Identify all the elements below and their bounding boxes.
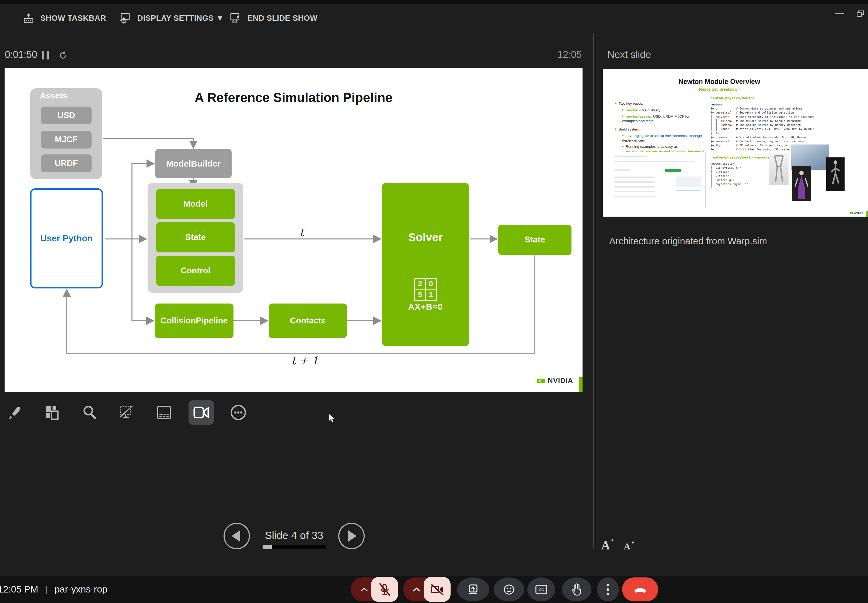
zoom-tool-button[interactable] (77, 400, 102, 425)
mic-mute-toggle-button[interactable] (371, 577, 398, 602)
matrix-cell: 1 (426, 289, 436, 300)
increase-notes-text-button[interactable]: A ▲ (601, 538, 610, 552)
thumb-subtitle: Repository Breakdown (603, 87, 836, 91)
slideshow-toolbar: SHOW TASKBAR DISPLAY SETTINGS ▼ END SLID… (0, 4, 868, 32)
caret-up-icon: ▲ (610, 538, 615, 543)
panel-divider (593, 33, 594, 549)
matrix-cell: 0 (426, 278, 436, 289)
camera-toggle-button[interactable] (189, 400, 214, 425)
slideshow-progress-bar (263, 545, 326, 549)
toggle-subtitles-button[interactable] (151, 400, 177, 425)
magnifier-icon (81, 404, 98, 421)
restart-timer-button[interactable] (57, 50, 69, 61)
thumb-edge-accent (866, 211, 868, 216)
camera-off-toggle-button[interactable] (424, 577, 451, 602)
repo1-heading: newton-physics/newton (710, 96, 755, 100)
captions-button[interactable]: CC (527, 577, 555, 601)
slide-counter: Slide 4 of 33 (263, 530, 326, 541)
next-slide-thumbnail[interactable]: Newton Module Overview Repository Breakd… (603, 69, 868, 216)
present-screen-button[interactable] (457, 577, 489, 601)
time-t-label: t (299, 226, 304, 239)
matrix-cell: 5 (415, 289, 426, 300)
next-slide-header: Next slide (607, 49, 651, 60)
user-python-box: User Python (30, 189, 103, 288)
camera-control (403, 577, 451, 601)
contacts-box: Contacts (269, 303, 347, 338)
github-screenshot-placeholder (611, 152, 705, 209)
model-box: Model (156, 189, 235, 219)
next-slide-button[interactable] (338, 523, 365, 549)
font-increase-label: A (601, 538, 610, 552)
asset-urdf-box: URDF (41, 155, 91, 172)
asset-usd-box: USD (41, 107, 91, 124)
slide-edge-accent (579, 377, 583, 392)
font-decrease-label: A (624, 541, 631, 551)
show-taskbar-label: SHOW TASKBAR (40, 14, 106, 23)
slide-grid-icon (45, 404, 60, 421)
collision-pipeline-box: CollisionPipeline (155, 303, 234, 338)
more-options-button[interactable] (597, 577, 619, 601)
bullet-code: newton-assets: (626, 114, 652, 118)
raise-hand-button[interactable] (562, 577, 591, 601)
thumb-bullets: Two key repos: newton - Main library new… (615, 101, 704, 154)
previous-slide-button[interactable] (223, 523, 250, 549)
raise-hand-icon (571, 583, 583, 596)
solver-label: Solver (382, 231, 469, 244)
display-settings-label: DISPLAY SETTINGS ▼ (137, 14, 224, 23)
assets-label: Assets (40, 91, 67, 100)
control-box: Control (156, 256, 235, 286)
meeting-info-divider: | (45, 584, 48, 594)
mouse-cursor (329, 414, 336, 424)
next-arrow-icon (348, 530, 356, 542)
bullet-text: Running examples is as easy as (626, 144, 678, 148)
meet-control-bar: 12:05 PM | par-yxns-rop (0, 576, 868, 603)
model-builder-box: ModelBuilder (155, 149, 232, 178)
toolbar-divider (0, 32, 868, 32)
pen-tool-button[interactable] (3, 400, 28, 425)
matrix-cell: 2 (415, 278, 426, 289)
more-slideshow-options-button[interactable] (226, 400, 251, 425)
bullet-text: Build system: (618, 127, 640, 131)
end-slide-show-label: END SLIDE SHOW (248, 14, 318, 23)
repo2-heading: newton-physics/newton-assets (710, 155, 769, 159)
end-call-button[interactable] (622, 577, 658, 601)
asset-mjcf-box: MJCF (41, 131, 91, 148)
progress-fill (263, 545, 272, 549)
captions-icon: CC (535, 584, 548, 595)
solver-box: Solver 2 0 5 1 AX+B=0 (382, 183, 469, 346)
caret-down-icon: ▼ (631, 540, 635, 545)
vertical-dots-icon (606, 584, 609, 595)
state-output-box: State (498, 225, 572, 255)
microphone-control (351, 577, 398, 601)
chevron-up-icon (360, 587, 368, 592)
display-settings-button[interactable]: DISPLAY SETTINGS ▼ (119, 4, 224, 32)
decrease-notes-text-button[interactable]: A ▼ (624, 541, 631, 552)
annotation-toolbar (3, 400, 251, 425)
pause-timer-button[interactable] (39, 50, 51, 61)
show-taskbar-button[interactable]: SHOW TASKBAR (23, 4, 106, 32)
slide-canvas[interactable]: A Reference Simulation Pipeline (5, 68, 583, 392)
emoji-icon (503, 583, 515, 596)
meeting-time: 12:05 PM (0, 584, 38, 595)
elapsed-timer: 0:01:50 (5, 49, 37, 60)
nvidia-eye-icon (536, 377, 546, 384)
reactions-button[interactable] (494, 577, 524, 601)
solver-equation: AX+B=0 (382, 302, 469, 312)
previous-arrow-icon (232, 530, 240, 542)
bullet-text: Leveraging (626, 134, 645, 138)
see-all-slides-button[interactable] (40, 400, 65, 425)
robot-scaffold-image (769, 153, 789, 185)
nvidia-logo: NVIDIA (536, 376, 573, 385)
mannequin-image (792, 166, 811, 201)
model-state-control-group: Model State Control (147, 183, 243, 293)
subtitles-icon (156, 404, 172, 421)
camera-icon (192, 405, 210, 420)
end-call-icon (632, 586, 648, 594)
thumb-nvidia-logo: NVIDIA (849, 212, 863, 215)
cc-label: CC (539, 588, 544, 592)
bullet-code: newton (626, 108, 638, 112)
end-slide-show-button[interactable]: END SLIDE SHOW (229, 4, 318, 32)
black-screen-button[interactable] (114, 400, 140, 425)
present-screen-icon (467, 583, 479, 596)
mic-off-icon (378, 583, 392, 597)
